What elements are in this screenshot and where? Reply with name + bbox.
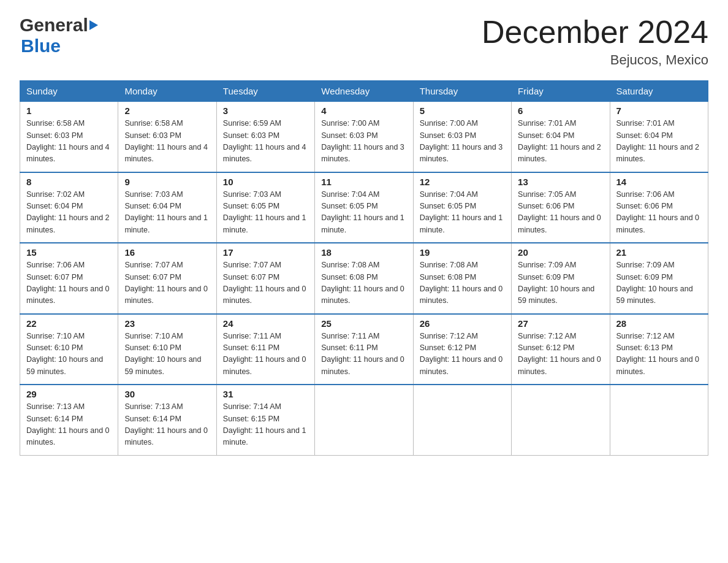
table-row: 31Sunrise: 7:14 AMSunset: 6:15 PMDayligh… [216, 385, 314, 455]
table-row: 9Sunrise: 7:03 AMSunset: 6:04 PMDaylight… [118, 172, 216, 243]
day-number: 27 [518, 318, 603, 329]
day-info: Sunrise: 6:59 AMSunset: 6:03 PMDaylight:… [223, 118, 308, 166]
day-number: 13 [518, 177, 603, 187]
day-number: 21 [616, 247, 702, 258]
day-info: Sunrise: 7:12 AMSunset: 6:12 PMDaylight:… [420, 331, 505, 378]
logo-general: General [20, 15, 88, 36]
day-info: Sunrise: 7:03 AMSunset: 6:04 PMDaylight:… [124, 189, 210, 237]
table-row: 23Sunrise: 7:10 AMSunset: 6:10 PMDayligh… [118, 314, 216, 385]
header-thursday: Thursday [413, 81, 511, 102]
table-row: 2Sunrise: 6:58 AMSunset: 6:03 PMDaylight… [118, 102, 216, 172]
day-number: 25 [321, 318, 406, 329]
day-number: 9 [124, 177, 210, 187]
day-number: 3 [223, 105, 308, 116]
day-info: Sunrise: 7:14 AMSunset: 6:15 PMDaylight:… [223, 401, 308, 449]
page-title: December 2024 [482, 15, 708, 50]
day-info: Sunrise: 7:03 AMSunset: 6:05 PMDaylight:… [223, 189, 308, 237]
calendar-week-row: 29Sunrise: 7:13 AMSunset: 6:14 PMDayligh… [20, 385, 708, 455]
table-row: 14Sunrise: 7:06 AMSunset: 6:06 PMDayligh… [610, 172, 708, 243]
day-info: Sunrise: 7:04 AMSunset: 6:05 PMDaylight:… [321, 189, 406, 237]
header: General Blue December 2024 Bejucos, Mexi… [20, 15, 708, 68]
day-info: Sunrise: 7:06 AMSunset: 6:07 PMDaylight:… [26, 259, 112, 307]
table-row: 24Sunrise: 7:11 AMSunset: 6:11 PMDayligh… [216, 314, 314, 385]
title-section: December 2024 Bejucos, Mexico [482, 15, 708, 68]
day-info: Sunrise: 7:07 AMSunset: 6:07 PMDaylight:… [223, 259, 308, 307]
table-row [315, 385, 413, 455]
table-row: 8Sunrise: 7:02 AMSunset: 6:04 PMDaylight… [20, 172, 118, 243]
day-info: Sunrise: 7:13 AMSunset: 6:14 PMDaylight:… [124, 401, 210, 449]
table-row: 22Sunrise: 7:10 AMSunset: 6:10 PMDayligh… [20, 314, 118, 385]
day-number: 17 [223, 247, 308, 258]
day-number: 1 [26, 105, 112, 116]
day-info: Sunrise: 7:09 AMSunset: 6:09 PMDaylight:… [518, 259, 603, 307]
header-wednesday: Wednesday [315, 81, 413, 102]
table-row: 25Sunrise: 7:11 AMSunset: 6:11 PMDayligh… [315, 314, 413, 385]
table-row [610, 385, 708, 455]
calendar-week-row: 8Sunrise: 7:02 AMSunset: 6:04 PMDaylight… [20, 172, 708, 243]
table-row [413, 385, 511, 455]
day-info: Sunrise: 7:06 AMSunset: 6:06 PMDaylight:… [616, 189, 702, 237]
day-info: Sunrise: 7:07 AMSunset: 6:07 PMDaylight:… [124, 259, 210, 307]
day-info: Sunrise: 6:58 AMSunset: 6:03 PMDaylight:… [26, 118, 112, 166]
table-row: 18Sunrise: 7:08 AMSunset: 6:08 PMDayligh… [315, 243, 413, 314]
calendar-week-row: 15Sunrise: 7:06 AMSunset: 6:07 PMDayligh… [20, 243, 708, 314]
day-number: 14 [616, 177, 702, 187]
table-row: 11Sunrise: 7:04 AMSunset: 6:05 PMDayligh… [315, 172, 413, 243]
day-number: 8 [26, 177, 112, 187]
table-row: 5Sunrise: 7:00 AMSunset: 6:03 PMDaylight… [413, 102, 511, 172]
day-info: Sunrise: 7:08 AMSunset: 6:08 PMDaylight:… [321, 259, 406, 307]
table-row: 28Sunrise: 7:12 AMSunset: 6:13 PMDayligh… [610, 314, 708, 385]
header-saturday: Saturday [610, 81, 708, 102]
day-info: Sunrise: 7:04 AMSunset: 6:05 PMDaylight:… [420, 189, 505, 237]
table-row: 13Sunrise: 7:05 AMSunset: 6:06 PMDayligh… [512, 172, 610, 243]
table-row: 10Sunrise: 7:03 AMSunset: 6:05 PMDayligh… [216, 172, 314, 243]
day-info: Sunrise: 7:11 AMSunset: 6:11 PMDaylight:… [321, 331, 406, 378]
day-info: Sunrise: 7:12 AMSunset: 6:13 PMDaylight:… [616, 331, 702, 378]
day-info: Sunrise: 7:00 AMSunset: 6:03 PMDaylight:… [321, 118, 406, 166]
table-row: 3Sunrise: 6:59 AMSunset: 6:03 PMDaylight… [216, 102, 314, 172]
table-row: 17Sunrise: 7:07 AMSunset: 6:07 PMDayligh… [216, 243, 314, 314]
day-number: 22 [26, 318, 112, 329]
table-row: 1Sunrise: 6:58 AMSunset: 6:03 PMDaylight… [20, 102, 118, 172]
day-info: Sunrise: 7:13 AMSunset: 6:14 PMDaylight:… [26, 401, 112, 449]
day-number: 20 [518, 247, 603, 258]
day-info: Sunrise: 7:00 AMSunset: 6:03 PMDaylight:… [420, 118, 505, 166]
day-number: 2 [124, 105, 210, 116]
day-info: Sunrise: 7:11 AMSunset: 6:11 PMDaylight:… [223, 331, 308, 378]
header-friday: Friday [512, 81, 610, 102]
table-row: 21Sunrise: 7:09 AMSunset: 6:09 PMDayligh… [610, 243, 708, 314]
day-number: 7 [616, 105, 702, 116]
table-row: 15Sunrise: 7:06 AMSunset: 6:07 PMDayligh… [20, 243, 118, 314]
header-monday: Monday [118, 81, 216, 102]
day-info: Sunrise: 7:01 AMSunset: 6:04 PMDaylight:… [616, 118, 702, 166]
day-number: 26 [420, 318, 505, 329]
day-number: 15 [26, 247, 112, 258]
table-row: 30Sunrise: 7:13 AMSunset: 6:14 PMDayligh… [118, 385, 216, 455]
day-number: 30 [124, 389, 210, 399]
day-number: 31 [223, 389, 308, 399]
day-number: 11 [321, 177, 406, 187]
table-row: 7Sunrise: 7:01 AMSunset: 6:04 PMDaylight… [610, 102, 708, 172]
day-number: 28 [616, 318, 702, 329]
table-row: 20Sunrise: 7:09 AMSunset: 6:09 PMDayligh… [512, 243, 610, 314]
day-info: Sunrise: 7:08 AMSunset: 6:08 PMDaylight:… [420, 259, 505, 307]
table-row: 27Sunrise: 7:12 AMSunset: 6:12 PMDayligh… [512, 314, 610, 385]
calendar-week-row: 1Sunrise: 6:58 AMSunset: 6:03 PMDaylight… [20, 102, 708, 172]
day-number: 16 [124, 247, 210, 258]
day-info: Sunrise: 7:05 AMSunset: 6:06 PMDaylight:… [518, 189, 603, 237]
day-number: 19 [420, 247, 505, 258]
day-info: Sunrise: 7:12 AMSunset: 6:12 PMDaylight:… [518, 331, 603, 378]
day-info: Sunrise: 7:09 AMSunset: 6:09 PMDaylight:… [616, 259, 702, 307]
header-sunday: Sunday [20, 81, 118, 102]
table-row: 16Sunrise: 7:07 AMSunset: 6:07 PMDayligh… [118, 243, 216, 314]
day-number: 29 [26, 389, 112, 399]
table-row: 26Sunrise: 7:12 AMSunset: 6:12 PMDayligh… [413, 314, 511, 385]
logo-arrow-icon [89, 20, 98, 30]
table-row: 4Sunrise: 7:00 AMSunset: 6:03 PMDaylight… [315, 102, 413, 172]
weekday-header-row: Sunday Monday Tuesday Wednesday Thursday… [20, 81, 708, 102]
table-row [512, 385, 610, 455]
calendar-table: Sunday Monday Tuesday Wednesday Thursday… [20, 80, 708, 456]
header-tuesday: Tuesday [216, 81, 314, 102]
day-number: 4 [321, 105, 406, 116]
logo-blue: Blue [21, 36, 99, 56]
